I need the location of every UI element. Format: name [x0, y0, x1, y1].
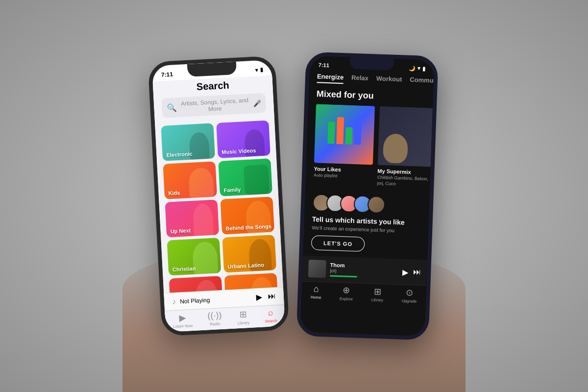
- tile-label-upnext: Up Next: [170, 227, 191, 234]
- wifi-icon-right: ▾: [417, 65, 420, 72]
- artist-avatars: [312, 194, 421, 215]
- time-right: 7:11: [318, 62, 329, 68]
- mini-player-right[interactable]: Thom jorj ▶ ⏭: [302, 256, 428, 286]
- prompt-subtitle: We'll create an experience just for you: [312, 225, 420, 234]
- tile-electronic[interactable]: Electronic: [161, 123, 215, 161]
- sp-tab-home-label: Home: [311, 295, 321, 300]
- search-tab-icon: ⌕: [268, 307, 273, 318]
- lets-go-button[interactable]: LET'S GO: [311, 235, 365, 252]
- tab-bar-right: ⌂ Home ⊕ Explore ⊞ Library ⊙ Upgrade: [301, 281, 426, 307]
- browse-grid: Electronic Music Videos Kids: [155, 116, 283, 293]
- tile-urbano-latino[interactable]: Urbano Latino: [222, 235, 276, 273]
- mic-icon: 🎤: [253, 99, 261, 107]
- mood-tab-commute[interactable]: Commute: [410, 76, 434, 87]
- sp-tab-home[interactable]: ⌂ Home: [311, 284, 321, 300]
- bar-1: [327, 122, 335, 144]
- tab-search-label: Search: [265, 318, 277, 323]
- your-likes-art: [314, 104, 375, 165]
- notch-right: [350, 57, 394, 71]
- mood-tab-energize[interactable]: Energize: [317, 73, 344, 84]
- tab-search[interactable]: ⌕ Search: [264, 307, 277, 324]
- tile-kids[interactable]: Kids: [163, 161, 217, 199]
- sp-tab-explore[interactable]: ⊕ Explore: [340, 285, 353, 302]
- search-title: Search: [161, 78, 265, 95]
- phones-container: 7:11 ▾ ▮ Search 🔍 Artists, Songs, Lyrics…: [154, 49, 434, 333]
- tile-label-christian: Christian: [172, 266, 196, 272]
- tile-family[interactable]: Family: [218, 158, 272, 196]
- play-button-right[interactable]: ▶: [402, 267, 409, 276]
- sp-tab-upgrade-label: Upgrade: [402, 299, 417, 304]
- your-likes-sub: Auto playlist: [314, 172, 372, 180]
- sp-tab-upgrade[interactable]: ⊙ Upgrade: [402, 287, 417, 304]
- tile-label-kids: Kids: [168, 190, 180, 196]
- tab-library-left[interactable]: ⊞ Library: [237, 309, 249, 325]
- supermix-sub: Childish Gambino, Bekon, jorj, Cuco: [377, 175, 433, 189]
- mood-tab-workout[interactable]: Workout: [376, 74, 402, 86]
- upgrade-icon: ⊙: [406, 287, 414, 298]
- radio-icon: ((·)): [207, 310, 222, 321]
- listen-now-icon: ▶: [179, 312, 186, 323]
- mood-tab-relax[interactable]: Relax: [351, 74, 368, 85]
- play-button-left[interactable]: ▶: [256, 293, 262, 302]
- skip-button-left[interactable]: ⏭: [268, 292, 276, 301]
- music-note-icon: ♪: [172, 297, 176, 306]
- search-placeholder: Artists, Songs, Lyrics, and More: [179, 97, 250, 114]
- home-icon: ⌂: [314, 284, 319, 294]
- screen-left: Search 🔍 Artists, Songs, Lyrics, and Mor…: [153, 75, 285, 332]
- status-icons-left: ▾ ▮: [255, 66, 263, 73]
- tab-radio-label: Radio: [210, 321, 220, 326]
- tile-fig-upnext: [188, 199, 217, 236]
- tile-musicvideos[interactable]: Music Videos: [216, 120, 270, 158]
- battery-icon-right: ▮: [422, 65, 425, 72]
- sp-tab-explore-label: Explore: [340, 297, 353, 302]
- avatar-5: [367, 196, 385, 214]
- search-icon-left: 🔍: [167, 103, 177, 113]
- mix-card-your-likes[interactable]: Your Likes Auto playlist: [313, 104, 375, 186]
- mixed-grid: Your Likes Auto playlist MySupermix My S…: [305, 104, 433, 194]
- battery-icon-left: ▮: [260, 66, 263, 73]
- status-icons-right: 🌙 ▾ ▮: [409, 65, 425, 72]
- wifi-icon-left: ▾: [255, 67, 258, 73]
- explore-icon: ⊕: [343, 285, 350, 296]
- search-header: Search 🔍 Artists, Songs, Lyrics, and Mor…: [153, 75, 274, 122]
- tile-fig-family: [242, 159, 270, 196]
- tile-behind-songs[interactable]: Behind the Songs: [220, 196, 274, 235]
- screen-right: Energize Relax Workout Commute Mixed for…: [300, 71, 434, 337]
- moon-icon: 🌙: [409, 65, 416, 71]
- tab-radio[interactable]: ((·)) Radio: [207, 310, 222, 327]
- playback-controls[interactable]: ▶ ⏭: [256, 292, 276, 302]
- artist-prompt: Tell us which artists you like We'll cre…: [303, 190, 430, 260]
- likes-bars: [322, 119, 367, 150]
- phone-left: 7:11 ▾ ▮ Search 🔍 Artists, Songs, Lyrics…: [148, 56, 290, 337]
- sp-tab-library[interactable]: ⊞ Library: [371, 286, 384, 303]
- mini-info-right: Thom jorj: [330, 262, 399, 279]
- sp-tab-library-label: Library: [371, 298, 384, 303]
- bar-4: [354, 120, 362, 145]
- search-bar[interactable]: 🔍 Artists, Songs, Lyrics, and More 🎤: [161, 93, 266, 118]
- bar-3: [345, 127, 352, 144]
- tab-library-left-label: Library: [238, 320, 250, 325]
- supermix-art: MySupermix: [378, 106, 433, 167]
- tab-listen-now[interactable]: ▶ Listen Now: [172, 312, 193, 329]
- mini-thumb-right: [308, 260, 326, 278]
- supermix-person: [383, 133, 408, 164]
- tile-upnext[interactable]: Up Next: [165, 199, 220, 238]
- next-button-right[interactable]: ⏭: [413, 268, 421, 277]
- library-icon-right: ⊞: [374, 286, 382, 297]
- tab-listen-now-label: Listen Now: [173, 323, 193, 329]
- library-icon-left: ⊞: [239, 309, 247, 320]
- bar-2: [336, 117, 344, 144]
- notch-left: [187, 62, 237, 77]
- phone-right: 7:11 🌙 ▾ ▮ Energize Relax Workout Commut…: [296, 51, 439, 340]
- tile-christian[interactable]: Christian: [167, 238, 221, 276]
- time-left: 7:11: [161, 71, 173, 78]
- mix-card-supermix[interactable]: MySupermix My Supermix Childish Gambino,…: [377, 106, 433, 188]
- tile-label-family: Family: [223, 187, 241, 194]
- progress-bar-right: [330, 275, 357, 278]
- mini-controls-right[interactable]: ▶ ⏭: [402, 267, 421, 277]
- tile-fig-kids: [186, 161, 215, 198]
- not-playing-text: Not Playing: [180, 294, 253, 305]
